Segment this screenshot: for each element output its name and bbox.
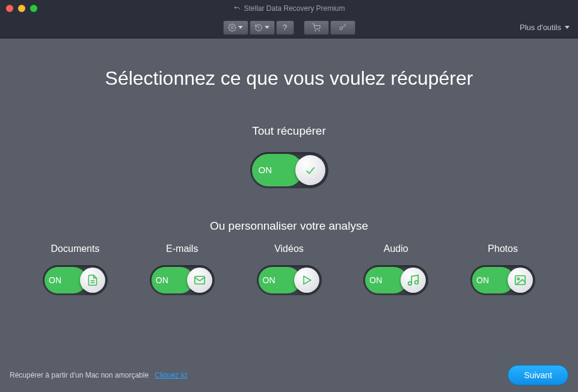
svg-point-3 (339, 26, 342, 29)
app-title: Stellar Data Recovery Premium (244, 4, 345, 13)
main-content: Sélectionnez ce que vous voulez récupére… (0, 38, 578, 295)
toggle-on-label: ON (259, 165, 272, 175)
toolbar-group-purchase (304, 20, 355, 35)
category-emails: E-mails ON (131, 243, 233, 295)
recover-all-label: Tout récupérer (0, 124, 578, 138)
more-tools-menu[interactable]: Plus d'outils (520, 23, 570, 32)
toggle-on-label: ON (369, 275, 382, 285)
page-title: Sélectionnez ce que vous voulez récupére… (0, 67, 578, 90)
category-label: Photos (488, 243, 518, 254)
svg-point-0 (231, 26, 233, 29)
audio-toggle[interactable]: ON (363, 265, 428, 295)
toggle-knob (80, 268, 105, 293)
history-icon (254, 23, 263, 32)
svg-point-11 (517, 278, 519, 280)
toggle-on-label: ON (156, 275, 168, 285)
more-tools-label: Plus d'outils (520, 23, 561, 32)
toggle-knob (187, 268, 212, 293)
gear-icon (228, 23, 236, 32)
next-button[interactable]: Suivant (508, 365, 568, 385)
toggle-on-label: ON (49, 275, 61, 285)
category-videos: Vidéos ON (238, 243, 340, 295)
window-controls (0, 5, 37, 12)
toggle-knob (295, 155, 325, 185)
documents-toggle[interactable]: ON (43, 265, 108, 295)
toggle-knob (508, 268, 533, 293)
category-label: E-mails (166, 243, 198, 254)
toggle-knob (294, 268, 319, 293)
titlebar: Stellar Data Recovery Premium (0, 0, 578, 17)
document-icon (87, 274, 99, 287)
category-label: Documents (51, 243, 100, 254)
minimize-button[interactable] (18, 5, 25, 12)
toggle-on-label: ON (263, 275, 275, 285)
settings-button[interactable] (223, 20, 248, 35)
videos-toggle[interactable]: ON (257, 265, 322, 295)
toolbar-group-settings: ? (223, 20, 294, 35)
footer: Récupérer à partir d'un Mac non amorçabl… (0, 358, 578, 392)
category-documents: Documents ON (24, 243, 126, 295)
image-icon (514, 274, 527, 287)
category-label: Vidéos (274, 243, 304, 254)
category-audio: Audio ON (345, 243, 447, 295)
toggle-knob (401, 268, 426, 293)
svg-marker-7 (304, 276, 311, 284)
photos-toggle[interactable]: ON (470, 265, 535, 295)
footer-text: Récupérer à partir d'un Mac non amorçabl… (10, 371, 149, 379)
help-button[interactable]: ? (276, 20, 294, 35)
history-button[interactable] (250, 20, 275, 35)
play-icon (301, 274, 313, 287)
toolbar: ? Plus d'outils (0, 17, 578, 38)
svg-point-8 (408, 282, 412, 286)
chevron-down-icon (238, 26, 243, 29)
window-title: Stellar Data Recovery Premium (233, 4, 345, 13)
activate-button[interactable] (330, 20, 355, 35)
category-label: Audio (384, 243, 408, 254)
close-button[interactable] (6, 5, 13, 12)
chevron-down-icon (265, 26, 269, 29)
check-icon (304, 164, 317, 177)
chevron-down-icon (565, 26, 570, 29)
category-row: Documents ON E-mails ON Vidéos (0, 243, 578, 295)
undo-icon (233, 5, 240, 12)
toggle-on-label: ON (476, 275, 489, 285)
maximize-button[interactable] (30, 5, 37, 12)
question-icon: ? (283, 23, 287, 32)
key-icon (337, 23, 348, 32)
footer-link[interactable]: Cliquez ici (155, 371, 188, 379)
cart-button[interactable] (304, 20, 329, 35)
emails-toggle[interactable]: ON (150, 265, 215, 295)
mail-icon (193, 274, 206, 287)
recover-all-toggle[interactable]: ON (250, 152, 328, 188)
recover-all-toggle-wrapper: ON (0, 152, 578, 191)
svg-point-2 (319, 30, 319, 31)
music-icon (407, 274, 420, 287)
category-photos: Photos ON (452, 243, 554, 295)
cart-icon (312, 23, 321, 32)
customize-label: Ou personnaliser votre analyse (0, 219, 578, 233)
svg-point-9 (415, 281, 419, 284)
svg-point-1 (315, 30, 315, 31)
